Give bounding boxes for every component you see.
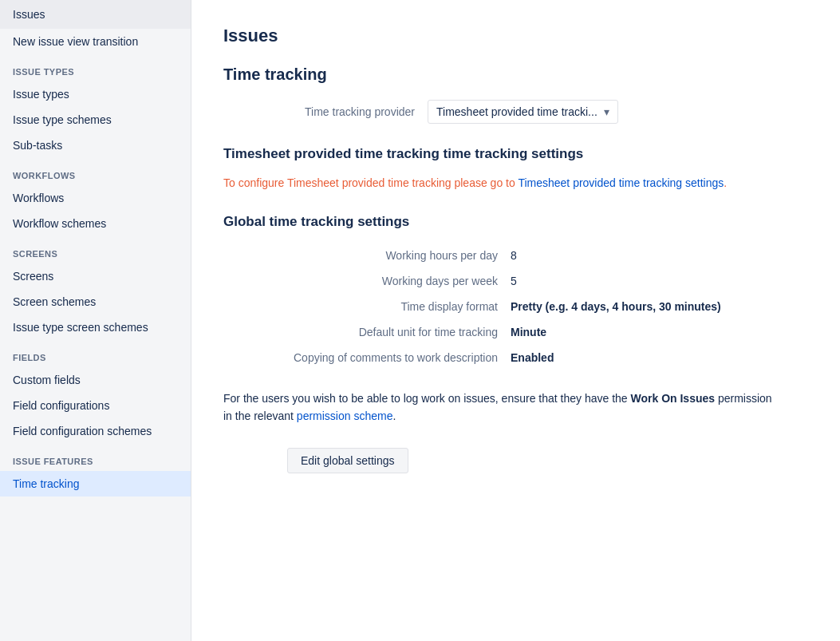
sidebar-item-custom-fields[interactable]: Custom fields: [0, 367, 191, 393]
provider-row: Time tracking provider Timesheet provide…: [223, 100, 808, 124]
sidebar-item-issue-type-screen-schemes[interactable]: Issue type screen schemes: [0, 315, 191, 340]
sidebar-item-issue-types[interactable]: Issue types: [0, 81, 191, 107]
work-on-issues-bold: Work On Issues: [631, 392, 716, 405]
setting-value-working-hours: 8: [511, 249, 517, 262]
sidebar-item-time-tracking[interactable]: Time tracking: [0, 471, 191, 497]
setting-row-working-hours: Working hours per day 8: [223, 243, 808, 268]
page-title: Issues: [223, 26, 808, 46]
sidebar-item-workflows[interactable]: Workflows: [0, 185, 191, 211]
setting-row-copy-comments: Copying of comments to work description …: [223, 345, 808, 370]
sidebar-item-field-configurations[interactable]: Field configurations: [0, 393, 191, 418]
setting-key-working-hours: Working hours per day: [223, 249, 511, 262]
provider-label: Time tracking provider: [287, 105, 415, 118]
sidebar-item-issue-type-schemes[interactable]: Issue type schemes: [0, 107, 191, 133]
sidebar-item-screen-schemes[interactable]: Screen schemes: [0, 289, 191, 315]
setting-value-copy-comments: Enabled: [511, 351, 554, 364]
timesheet-section-title: Timesheet provided time tracking time tr…: [223, 146, 808, 162]
permission-text: For the users you wish to be able to log…: [223, 390, 782, 425]
sidebar-item-sub-tasks[interactable]: Sub-tasks: [0, 133, 191, 158]
setting-key-working-days: Working days per week: [223, 275, 511, 287]
global-settings-title: Global time tracking settings: [223, 214, 808, 230]
edit-global-settings-button[interactable]: Edit global settings: [287, 448, 408, 473]
sidebar-section-issue-features: ISSUE FEATURES: [0, 444, 191, 471]
sidebar-new-issue-transition[interactable]: New issue view transition: [0, 29, 191, 54]
setting-key-copy-comments: Copying of comments to work description: [223, 351, 511, 364]
setting-row-default-unit: Default unit for time tracking Minute: [223, 319, 808, 345]
permission-scheme-link[interactable]: permission scheme: [297, 410, 393, 422]
sidebar-section-fields: FIELDS: [0, 340, 191, 367]
sidebar-section-workflows: WORKFLOWS: [0, 158, 191, 185]
timesheet-settings-link[interactable]: Timesheet provided time tracking setting…: [518, 176, 724, 189]
chevron-down-icon: ▾: [604, 105, 609, 118]
setting-key-time-display: Time display format: [223, 300, 511, 313]
setting-value-default-unit: Minute: [511, 326, 546, 338]
sidebar-section-screens: SCREENS: [0, 236, 191, 263]
sidebar: Issues New issue view transition ISSUE T…: [0, 0, 191, 641]
provider-select-dropdown[interactable]: Timesheet provided time tracki... ▾: [428, 100, 618, 124]
sidebar-issues-top[interactable]: Issues: [0, 0, 191, 29]
sidebar-section-issue-types: ISSUE TYPES: [0, 54, 191, 81]
sidebar-item-field-config-schemes[interactable]: Field configuration schemes: [0, 418, 191, 444]
provider-select-value: Timesheet provided time tracki...: [436, 105, 597, 118]
sidebar-item-screens[interactable]: Screens: [0, 263, 191, 289]
setting-row-time-display: Time display format Pretty (e.g. 4 days,…: [223, 294, 808, 319]
sidebar-item-workflow-schemes[interactable]: Workflow schemes: [0, 211, 191, 236]
setting-value-time-display: Pretty (e.g. 4 days, 4 hours, 30 minutes…: [511, 300, 721, 313]
setting-value-working-days: 5: [511, 275, 517, 287]
setting-key-default-unit: Default unit for time tracking: [223, 326, 511, 338]
configure-text: To configure Timesheet provided time tra…: [223, 175, 808, 192]
main-content: Issues Time tracking Time tracking provi…: [191, 0, 840, 641]
time-tracking-title: Time tracking: [223, 65, 808, 84]
settings-table: Working hours per day 8 Working days per…: [223, 243, 808, 370]
setting-row-working-days: Working days per week 5: [223, 268, 808, 294]
